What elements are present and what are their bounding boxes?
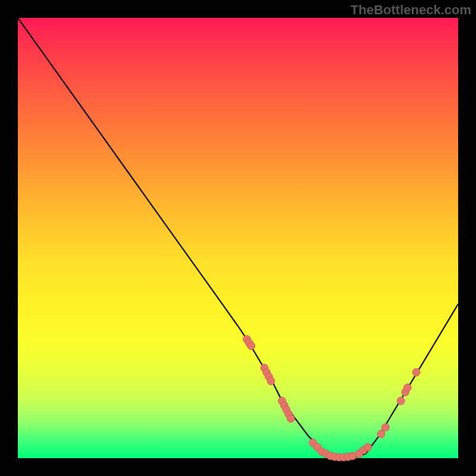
data-marker bbox=[267, 377, 275, 385]
data-marker bbox=[364, 443, 372, 451]
data-marker bbox=[403, 384, 411, 392]
data-marker bbox=[377, 430, 385, 438]
data-marker bbox=[287, 415, 295, 422]
chart-container: TheBottleneck.com bbox=[0, 0, 476, 476]
bottleneck-curve bbox=[18, 18, 458, 458]
plot-area bbox=[18, 18, 458, 458]
chart-svg bbox=[18, 18, 458, 458]
data-marker bbox=[381, 424, 389, 431]
data-markers bbox=[243, 336, 420, 461]
data-marker bbox=[412, 368, 420, 376]
data-marker bbox=[248, 342, 255, 350]
watermark-text: TheBottleneck.com bbox=[350, 2, 471, 18]
data-marker bbox=[397, 397, 405, 405]
